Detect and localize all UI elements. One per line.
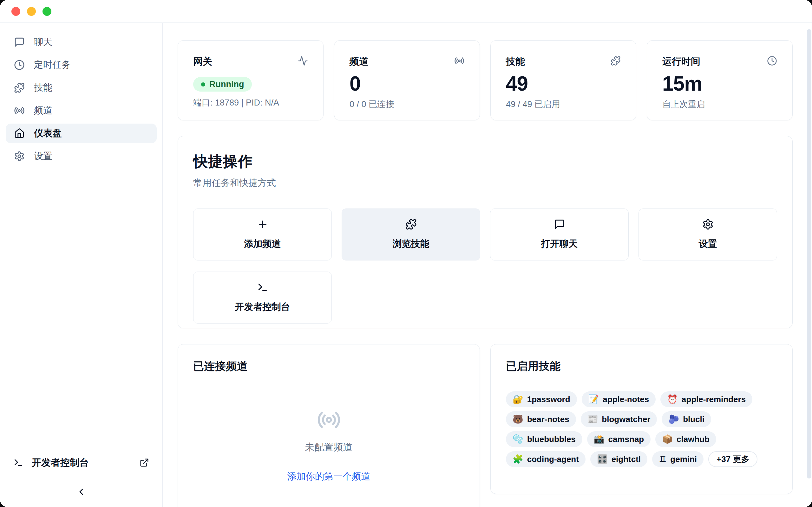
close-button[interactable] — [11, 7, 20, 16]
channels-empty-text: 未配置频道 — [305, 441, 353, 454]
skill-name: 1password — [527, 395, 570, 404]
clock-icon — [14, 60, 25, 70]
skill-badge[interactable]: 🐻bear-notes — [506, 411, 576, 427]
settings-button[interactable]: 设置 — [639, 209, 777, 261]
sidebar-nav: 聊天 定时任务 技能 — [0, 23, 162, 169]
home-icon — [14, 128, 25, 139]
skill-badge[interactable]: 🫐blucli — [662, 411, 711, 427]
sidebar-item-channels[interactable]: 频道 — [6, 101, 157, 120]
skill-name: apple-reminders — [681, 395, 746, 404]
skill-name: bear-notes — [527, 414, 569, 424]
skill-badge[interactable]: 🧩coding-agent — [506, 451, 586, 467]
radio-broadcast-icon — [454, 56, 464, 66]
quick-actions-card: 快捷操作 常用任务和快捷方式 添加频道 浏览技能 — [177, 136, 793, 328]
window-content: 聊天 定时任务 技能 — [0, 23, 812, 507]
skill-badge[interactable]: 🫧bluebubbles — [506, 431, 582, 447]
skill-emoji-icon: 🫐 — [668, 414, 679, 424]
skill-emoji-icon: ⏰ — [667, 394, 678, 404]
sidebar-footer: 开发者控制台 — [0, 452, 162, 507]
skill-name: bluebubbles — [527, 435, 576, 444]
developer-console-label: 开发者控制台 — [32, 456, 89, 469]
sidebar-item-dashboard[interactable]: 仪表盘 — [6, 124, 157, 143]
external-link-icon[interactable] — [140, 458, 149, 467]
skill-name: eightctl — [612, 454, 641, 464]
skill-badge[interactable]: 📰blogwatcher — [581, 411, 657, 427]
action-label: 开发者控制台 — [235, 301, 290, 314]
skill-badge[interactable]: ♊gemini — [652, 451, 704, 467]
skill-name: coding-agent — [527, 454, 579, 464]
stat-card-uptime: 运行时间 15m 自上次重启 — [647, 40, 793, 120]
stat-title: 频道 — [350, 55, 368, 68]
skill-emoji-icon: 🐻 — [513, 414, 523, 424]
status-dot-icon — [201, 82, 205, 87]
sidebar-item-label: 定时任务 — [34, 59, 71, 71]
stat-card-gateway: 网关 Running 端口: 18789 | PID: N/A — [177, 40, 323, 120]
enabled-skills-card: 已启用技能 🔐1password 📝apple-notes ⏰apple-rem… — [490, 344, 793, 494]
sidebar-item-label: 聊天 — [34, 36, 52, 49]
window-titlebar — [0, 0, 812, 23]
skill-badge[interactable]: 📸camsnap — [587, 431, 651, 447]
skill-emoji-icon: ♊ — [659, 454, 666, 464]
skill-badge[interactable]: 🎛️eightctl — [590, 451, 647, 467]
chat-bubble-icon — [554, 219, 565, 230]
developer-console-link[interactable]: 开发者控制台 — [0, 452, 162, 473]
collapse-sidebar-button[interactable] — [73, 484, 89, 499]
connected-channels-title: 已连接频道 — [193, 359, 464, 374]
minimize-button[interactable] — [27, 7, 36, 16]
add-channel-button[interactable]: 添加频道 — [193, 209, 332, 261]
quick-actions-title: 快捷操作 — [193, 152, 777, 171]
skill-name: camsnap — [608, 435, 644, 444]
skill-name: gemini — [670, 454, 697, 464]
sidebar-item-label: 技能 — [34, 81, 52, 94]
sidebar-item-label: 仪表盘 — [34, 127, 61, 140]
skill-emoji-icon: 📸 — [594, 434, 605, 444]
sidebar-item-skills[interactable]: 技能 — [6, 78, 157, 98]
action-label: 添加频道 — [244, 238, 281, 250]
activity-icon — [298, 56, 308, 66]
sidebar: 聊天 定时任务 技能 — [0, 23, 163, 507]
skill-emoji-icon: 📝 — [589, 394, 599, 404]
open-chat-button[interactable]: 打开聊天 — [490, 209, 629, 261]
puzzle-icon — [405, 219, 417, 230]
skill-badge[interactable]: ⏰apple-reminders — [660, 391, 752, 407]
skill-badge[interactable]: 📦clawhub — [655, 431, 716, 447]
add-first-channel-link[interactable]: 添加你的第一个频道 — [287, 470, 370, 483]
sidebar-item-label: 设置 — [34, 150, 52, 163]
skill-emoji-icon: 🫧 — [513, 434, 523, 444]
scrollbar-thumb[interactable] — [807, 29, 811, 478]
sidebar-item-scheduled-tasks[interactable]: 定时任务 — [6, 55, 157, 75]
skill-badge[interactable]: 🔐1password — [506, 391, 577, 407]
skill-name: blucli — [683, 414, 705, 424]
action-label: 设置 — [699, 238, 717, 250]
developer-console-button[interactable]: 开发者控制台 — [193, 272, 332, 324]
main-content: 网关 Running 端口: 18789 | PID: N/A 频道 — [163, 23, 812, 507]
zoom-button[interactable] — [43, 7, 51, 16]
more-skills-button[interactable]: +37 更多 — [708, 451, 757, 467]
stats-row: 网关 Running 端口: 18789 | PID: N/A 频道 — [177, 40, 793, 120]
skill-emoji-icon: 🔐 — [513, 394, 523, 404]
browse-skills-button[interactable]: 浏览技能 — [342, 209, 480, 261]
status-badge: Running — [193, 77, 252, 92]
terminal-icon — [257, 282, 268, 293]
skill-emoji-icon: 🧩 — [513, 454, 523, 464]
sidebar-item-settings[interactable]: 设置 — [6, 147, 157, 166]
connected-channels-card: 已连接频道 未配置频道 添加你的第一个频道 — [177, 344, 480, 507]
clock-icon — [767, 56, 777, 66]
stat-detail: 49 / 49 已启用 — [506, 99, 621, 110]
skill-name: apple-notes — [603, 395, 649, 404]
plus-icon — [257, 219, 268, 230]
action-label: 浏览技能 — [393, 238, 429, 250]
terminal-icon — [13, 458, 23, 468]
chat-bubble-icon — [14, 37, 25, 48]
radio-broadcast-icon — [317, 408, 341, 432]
sidebar-item-chat[interactable]: 聊天 — [6, 32, 157, 52]
status-label: Running — [209, 79, 244, 89]
skill-badges: 🔐1password 📝apple-notes ⏰apple-reminders… — [506, 391, 777, 467]
skill-emoji-icon: 🎛️ — [597, 454, 608, 464]
stat-value: 49 — [506, 72, 621, 95]
quick-actions-grid: 添加频道 浏览技能 打开聊天 — [193, 209, 777, 324]
skill-name: blogwatcher — [602, 414, 650, 424]
skill-badge[interactable]: 📝apple-notes — [582, 391, 656, 407]
sidebar-collapse-row — [0, 484, 162, 499]
stat-title: 运行时间 — [662, 55, 700, 68]
